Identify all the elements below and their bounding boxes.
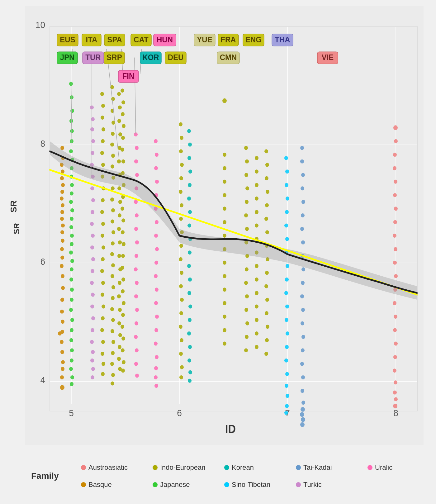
svg-point-263 — [223, 193, 226, 197]
svg-point-124 — [111, 274, 114, 278]
svg-point-153 — [102, 304, 105, 308]
svg-point-353 — [285, 210, 289, 214]
svg-point-310 — [155, 153, 159, 157]
svg-point-316 — [154, 234, 158, 238]
svg-point-126 — [111, 296, 115, 300]
svg-point-255 — [265, 311, 268, 315]
svg-point-83 — [91, 117, 95, 121]
svg-point-28 — [60, 217, 64, 221]
legend-dot-uralic — [367, 465, 372, 470]
svg-text:6: 6 — [40, 256, 45, 267]
svg-point-119 — [111, 220, 114, 224]
svg-point-344 — [187, 331, 191, 335]
svg-point-123 — [111, 263, 115, 267]
svg-point-274 — [223, 342, 226, 346]
svg-point-146 — [101, 222, 105, 226]
svg-point-402 — [394, 274, 398, 278]
svg-point-335 — [188, 210, 192, 214]
svg-point-414 — [393, 391, 397, 395]
svg-point-66 — [70, 242, 73, 246]
svg-point-186 — [118, 105, 122, 109]
svg-text:6: 6 — [177, 408, 182, 418]
svg-point-308 — [135, 373, 139, 378]
svg-point-404 — [393, 301, 396, 305]
svg-point-296 — [135, 213, 139, 217]
svg-point-261 — [223, 166, 226, 170]
svg-point-246 — [266, 190, 269, 194]
svg-point-44 — [61, 367, 64, 371]
svg-point-412 — [394, 139, 398, 143]
svg-point-204 — [118, 345, 121, 349]
svg-point-265 — [223, 220, 226, 224]
svg-text:VIE: VIE — [322, 53, 334, 62]
svg-point-117 — [110, 197, 114, 202]
svg-point-99 — [90, 304, 94, 308]
svg-point-245 — [265, 176, 268, 180]
svg-text:DEU: DEU — [168, 53, 184, 62]
svg-point-338 — [188, 250, 192, 254]
svg-point-135 — [100, 92, 104, 96]
svg-point-288 — [255, 331, 258, 335]
svg-point-176 — [121, 278, 125, 282]
svg-point-222 — [179, 325, 182, 329]
svg-point-407 — [394, 342, 398, 346]
svg-point-163 — [122, 124, 126, 128]
svg-point-271 — [223, 301, 226, 305]
svg-point-133 — [111, 373, 115, 377]
svg-point-71 — [70, 288, 74, 292]
legend-dot-basque — [81, 482, 86, 487]
svg-point-329 — [187, 129, 191, 133]
svg-point-297 — [134, 227, 138, 231]
legend-item-tai-kadai: Tai-Kadai — [296, 460, 364, 475]
svg-point-410 — [394, 380, 397, 384]
svg-point-79 — [69, 367, 73, 371]
svg-point-408 — [393, 355, 397, 359]
svg-point-392 — [300, 422, 305, 427]
svg-point-293 — [135, 173, 139, 177]
svg-point-155 — [100, 328, 104, 332]
svg-point-194 — [118, 213, 121, 217]
svg-point-102 — [90, 340, 94, 344]
svg-point-386 — [301, 375, 305, 379]
svg-point-97 — [90, 281, 94, 285]
svg-point-23 — [61, 183, 65, 187]
svg-point-330 — [188, 143, 192, 147]
svg-point-233 — [245, 227, 249, 231]
legend-dot-indo-european — [153, 465, 158, 470]
svg-point-216 — [179, 244, 183, 248]
svg-point-69 — [70, 267, 73, 271]
svg-point-41 — [60, 340, 64, 344]
svg-point-256 — [266, 325, 269, 329]
svg-point-48 — [58, 331, 62, 335]
svg-point-395 — [394, 180, 397, 184]
svg-point-39 — [61, 320, 64, 324]
svg-point-84 — [90, 127, 94, 131]
svg-point-415 — [394, 397, 398, 401]
svg-point-252 — [265, 271, 269, 275]
svg-point-151 — [101, 281, 105, 285]
svg-point-129 — [111, 329, 114, 333]
chart-container: SR 1 — [0, 0, 436, 504]
svg-point-254 — [265, 298, 269, 302]
svg-point-121 — [111, 241, 115, 245]
svg-text:FRA: FRA — [220, 35, 236, 44]
svg-point-229 — [244, 173, 248, 177]
svg-point-138 — [102, 127, 105, 131]
svg-point-158 — [102, 362, 105, 366]
svg-text:10: 10 — [36, 20, 45, 30]
svg-point-311 — [154, 166, 158, 170]
svg-point-31 — [61, 239, 64, 243]
svg-point-273 — [223, 328, 226, 332]
svg-point-266 — [223, 234, 226, 238]
svg-point-238 — [245, 294, 249, 298]
svg-point-405 — [394, 315, 397, 319]
svg-point-385 — [300, 362, 304, 366]
svg-point-164 — [121, 136, 125, 140]
svg-point-270 — [223, 288, 226, 292]
svg-point-166 — [121, 159, 125, 164]
svg-point-358 — [285, 278, 289, 282]
svg-point-205 — [117, 357, 121, 361]
svg-point-382 — [301, 321, 304, 326]
svg-point-179 — [121, 313, 125, 317]
svg-point-118 — [111, 208, 115, 212]
